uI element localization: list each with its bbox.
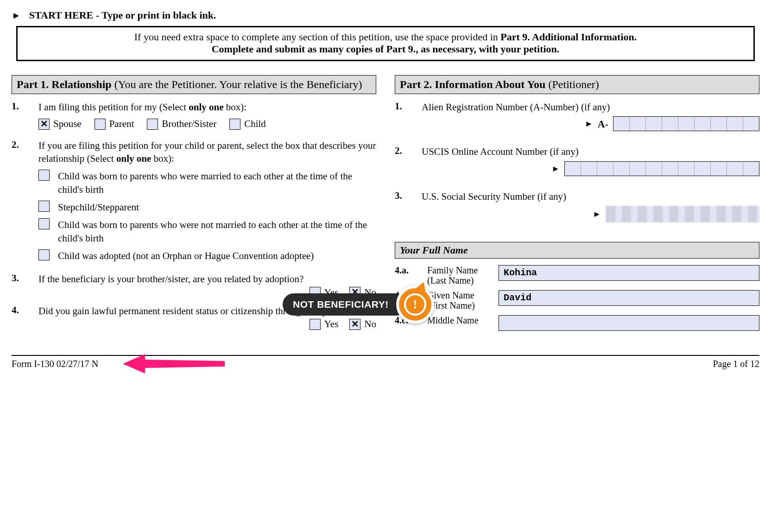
q2-text-pre: If you are filing this petition for your…: [38, 140, 376, 164]
p2q2-text: USCIS Online Account Number (if any): [422, 145, 759, 158]
exclamation-icon: !: [404, 293, 426, 316]
pointer-icon: ►: [551, 163, 560, 174]
q4-number: 4.: [12, 304, 29, 331]
part2-q1: 1. Alien Registration Number (A-Number) …: [395, 101, 759, 139]
warning-badge-icon: !: [396, 285, 434, 323]
part2-header: Part 2. Information About You (Petitione…: [395, 75, 759, 94]
row-family-name: 4.a. Family Name(Last Name) Kohina: [395, 265, 759, 285]
pointer-icon: ►: [12, 10, 21, 21]
q1-text-pre: I am filing this petition for my (Select: [38, 101, 189, 113]
checkbox-spouse[interactable]: ✕: [38, 119, 50, 130]
a-number-prefix: A-: [598, 117, 608, 131]
label-family-name: Family Name: [427, 265, 478, 275]
p2q3-number: 3.: [395, 190, 412, 231]
pointer-icon: ►: [593, 209, 601, 220]
part2-column: Part 2. Information About You (Petitione…: [395, 75, 759, 336]
notice-bold: Part 9. Additional Information.: [500, 31, 637, 43]
annotation-arrow-left-icon: [123, 353, 225, 374]
a-number-input[interactable]: [613, 116, 759, 131]
part1-subtitle: (You are the Petitioner. Your relative i…: [112, 78, 362, 90]
q1-number: 1.: [12, 101, 29, 133]
annotation-callout: NOT BENEFICIARY! !: [283, 285, 434, 323]
sublabel-first-name: (First Name): [427, 300, 475, 310]
label-middle-name: Middle Name: [427, 315, 479, 325]
form-edition-label: Form I-130 02/27/17 N: [12, 359, 98, 369]
q3-number: 3.: [12, 272, 29, 299]
row-middle-name: 4.c. Middle Name: [395, 315, 759, 331]
input-middle-name[interactable]: [499, 315, 759, 331]
checkbox-parent[interactable]: [95, 119, 106, 130]
part2-q2: 2. USCIS Online Account Number (if any) …: [395, 145, 759, 184]
part1-q1: 1. I am filing this petition for my (Sel…: [12, 101, 376, 133]
svg-marker-1: [123, 354, 225, 374]
label-child: Child: [244, 117, 266, 130]
start-here-text: START HERE - Type or print in black ink.: [29, 9, 216, 21]
label-given-name: Given Name: [427, 290, 474, 300]
label-child-unmarried-parents: Child was born to parents who were not m…: [58, 218, 376, 245]
checkbox-brother-sister[interactable]: [147, 119, 158, 130]
page-footer: Form I-130 02/27/17 N Page 1 of 12: [12, 355, 759, 369]
p2q3-text: U.S. Social Security Number (if any): [422, 190, 759, 203]
part2-q3: 3. U.S. Social Security Number (if any) …: [395, 190, 759, 231]
part2-subtitle: (Petitioner): [545, 78, 599, 90]
p2q2-number: 2.: [395, 145, 412, 184]
q1-only-one: only one: [189, 101, 223, 113]
checkbox-stepchild[interactable]: [38, 201, 50, 212]
callout-text: NOT BENEFICIARY!: [283, 293, 407, 316]
start-here-line: ► START HERE - Type or print in black in…: [12, 9, 759, 21]
extra-space-notice: If you need extra space to complete any …: [16, 26, 755, 61]
p2q1-number: 1.: [395, 101, 412, 139]
checkbox-child-adopted[interactable]: [38, 249, 50, 260]
q3-text: If the beneficiary is your brother/siste…: [38, 273, 303, 285]
sublabel-last-name: (Last Name): [427, 275, 474, 285]
notice-prefix: If you need extra space to complete any …: [134, 31, 501, 43]
part2-title: Part 2. Information About You: [400, 78, 545, 90]
part1-header: Part 1. Relationship (You are the Petiti…: [12, 75, 376, 94]
part1-title: Part 1. Relationship: [17, 78, 112, 90]
pointer-icon: ►: [585, 118, 593, 129]
checkbox-child-unmarried-parents[interactable]: [38, 218, 50, 229]
num-4a: 4.a.: [395, 265, 421, 276]
notice-line2: Complete and submit as many copies of Pa…: [212, 43, 560, 55]
q2-number: 2.: [12, 139, 29, 267]
label-child-adopted: Child was adopted (not an Orphan or Hagu…: [58, 249, 376, 262]
label-brother-sister: Brother/Sister: [162, 117, 216, 130]
input-family-name[interactable]: Kohina: [499, 265, 759, 281]
label-parent: Parent: [109, 117, 134, 130]
full-name-subheader: Your Full Name: [395, 242, 759, 259]
label-child-married-parents: Child was born to parents who were marri…: [58, 170, 376, 196]
q2-text-post: box):: [151, 153, 174, 164]
checkbox-child-married-parents[interactable]: [38, 170, 50, 181]
label-stepchild: Stepchild/Stepparent: [58, 201, 376, 214]
page-number-label: Page 1 of 12: [713, 359, 759, 369]
checkbox-child[interactable]: [229, 119, 240, 130]
q1-text-post: box):: [224, 101, 247, 113]
input-given-name[interactable]: David: [499, 290, 759, 306]
p2q1-text: Alien Registration Number (A-Number) (if…: [422, 101, 759, 114]
part1-q2: 2. If you are filing this petition for y…: [12, 139, 376, 267]
row-given-name: 4.b. Given Name(First Name) David: [395, 290, 759, 310]
label-spouse: Spouse: [53, 117, 82, 130]
ssn-input-redacted[interactable]: [606, 206, 759, 222]
uscis-account-input[interactable]: [564, 161, 759, 176]
q2-only-one: only one: [116, 153, 151, 164]
